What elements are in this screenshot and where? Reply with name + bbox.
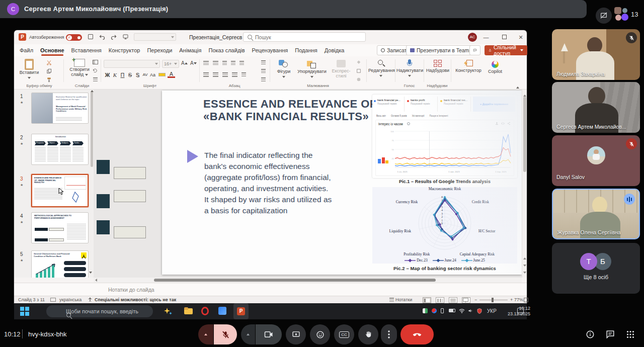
google-trends-figure[interactable]: bank financial pe...Пошуковий термін ban… [372, 95, 517, 178]
participant-tile-1[interactable]: Людмила Захаркіна [552, 29, 640, 80]
smartart-icon[interactable] [260, 77, 267, 83]
redo-icon[interactable] [110, 34, 117, 41]
reset-slide-icon[interactable] [92, 68, 99, 75]
editor-vertical-scrollbar[interactable] [522, 90, 527, 278]
offslide-shape[interactable] [114, 167, 146, 179]
font-color-button[interactable]: А [168, 71, 175, 78]
strikethrough-button[interactable]: S [126, 72, 134, 78]
opera-icon[interactable] [201, 307, 210, 316]
minimize-button[interactable]: — [482, 33, 490, 41]
fit-to-window-icon[interactable] [524, 298, 528, 302]
camera-button[interactable] [256, 324, 282, 344]
meeting-details-button[interactable] [583, 327, 598, 342]
align-center-icon[interactable] [213, 72, 218, 77]
normal-view-button[interactable] [423, 297, 431, 303]
autosave-toggle[interactable]: ✓ [66, 34, 82, 41]
text-direction-icon[interactable] [260, 60, 267, 66]
copy-icon[interactable] [45, 68, 52, 75]
copilot-icon[interactable] [163, 307, 172, 316]
camera-options-button[interactable] [241, 324, 255, 344]
tab-file[interactable]: Файл [20, 44, 33, 56]
captions-button[interactable]: CC [334, 324, 354, 344]
tab-review[interactable]: Рецензування [252, 44, 288, 56]
paste-button[interactable]: Вставити [18, 59, 40, 80]
zoom-out-button[interactable]: − [474, 297, 477, 302]
scroll-thumb[interactable] [523, 97, 526, 172]
grow-font-icon[interactable]: А [181, 60, 188, 66]
tab-transitions[interactable]: Переходи [147, 44, 172, 56]
addins-button[interactable]: Надбудови [426, 59, 450, 73]
accessibility-status[interactable]: Спеціальні можливості: щось не так [95, 297, 176, 302]
char-spacing-button[interactable]: AV [141, 72, 149, 77]
columns-icon[interactable] [242, 72, 246, 76]
end-call-button[interactable] [400, 324, 434, 344]
thumbnail-slide-1[interactable]: Illustrative Material for qualification … [31, 93, 89, 124]
text-shadow-button[interactable]: S [134, 72, 141, 78]
slideshow-icon[interactable] [122, 34, 129, 41]
zoom-slider[interactable] [479, 300, 508, 300]
scroll-thumb[interactable] [154, 279, 436, 282]
thumbnail-slide-5[interactable]: General Characteristics and Financial Co… [31, 250, 89, 278]
align-right-icon[interactable] [222, 72, 228, 77]
increase-indent-icon[interactable] [231, 61, 235, 65]
wifi-icon[interactable] [459, 308, 465, 314]
participant-tile-4-speaking[interactable]: Журавка Олена Сергіївна [552, 189, 640, 239]
start-button[interactable] [20, 307, 29, 316]
justify-icon[interactable] [232, 72, 237, 77]
language-label[interactable]: українська [59, 297, 82, 302]
tab-view[interactable]: Подання [295, 44, 317, 56]
section-icon[interactable] [92, 77, 99, 83]
mic-muted-button[interactable] [214, 324, 237, 344]
notification-center-icon[interactable] [517, 308, 524, 314]
zoom-knob[interactable] [492, 298, 494, 302]
activities-button[interactable] [623, 327, 638, 342]
font-size-combo[interactable]: 16+ [162, 60, 179, 68]
tab-slideshow[interactable]: Показ слайдів [209, 44, 245, 56]
notes-bar[interactable]: Нотатки до слайда [14, 283, 527, 296]
zoom-in-button[interactable]: + [510, 297, 513, 302]
offslide-shape[interactable] [114, 190, 146, 202]
tab-animations[interactable]: Анімація [179, 44, 201, 56]
font-name-combo[interactable] [104, 60, 160, 68]
thumbs-collapse-icon[interactable] [89, 268, 92, 277]
undo-icon[interactable] [99, 34, 106, 41]
quick-styles-button[interactable]: Експрес-стилі [329, 59, 353, 78]
bullet-list-icon[interactable] [203, 61, 209, 65]
participant-tile-3[interactable]: Danyl Salov [552, 135, 640, 186]
more-options-button[interactable] [381, 324, 397, 344]
risk-radar-figure[interactable]: 012345678Macroeconomic RiskCredit RiskH/… [372, 187, 517, 264]
shrink-font-icon[interactable]: А [190, 60, 197, 66]
present-in-teams-button[interactable]: Презентувати в Teams [406, 45, 476, 55]
whiteboard-off-button[interactable] [596, 8, 612, 24]
thumbnail-slide-4[interactable]: METHODOLOGICAL APPROACHES TO PERFORMANCE… [31, 212, 89, 243]
slide-title[interactable]: ESSENCE AND RELEVANCE OF «BANK FINANCIAL… [203, 98, 377, 123]
overflow-tile[interactable]: Т Б Ще 8 осіб [552, 243, 640, 294]
line-spacing-icon[interactable] [239, 61, 244, 65]
thumbnail-scrollbar[interactable] [91, 92, 93, 167]
quick-access-combo[interactable] [134, 33, 176, 41]
file-explorer-icon[interactable] [184, 307, 193, 316]
format-painter-icon[interactable] [45, 77, 52, 83]
save-icon[interactable] [87, 34, 94, 41]
thumbnail-slide-2[interactable]: Introduction Purpose Object Subject Task… [31, 134, 89, 165]
slideshow-view-button[interactable] [462, 297, 470, 303]
tray-app-icon[interactable] [423, 308, 428, 314]
tab-insert[interactable]: Вставлення [71, 44, 102, 56]
clock[interactable]: 10:1223.12.2025 [501, 306, 530, 317]
shape-effects-icon[interactable] [355, 77, 362, 83]
language-indicator[interactable]: УКР [487, 308, 497, 314]
usb-icon[interactable] [441, 308, 444, 314]
dictate-button[interactable]: Надиктувати [396, 59, 423, 78]
slide-sorter-view-button[interactable] [436, 297, 444, 303]
change-case-button[interactable]: Аа [149, 72, 156, 77]
defender-icon[interactable] [477, 308, 482, 314]
mic-options-button[interactable] [198, 324, 213, 344]
scroll-down-icon[interactable] [523, 268, 526, 277]
comments-button[interactable] [469, 45, 480, 55]
tab-home[interactable]: Основне [40, 44, 64, 56]
cut-icon[interactable] [45, 60, 52, 66]
blue-app-icon[interactable] [218, 307, 227, 316]
decrease-indent-icon[interactable] [222, 61, 227, 65]
italic-button[interactable]: К [111, 72, 119, 78]
battery-icon[interactable] [449, 308, 455, 314]
